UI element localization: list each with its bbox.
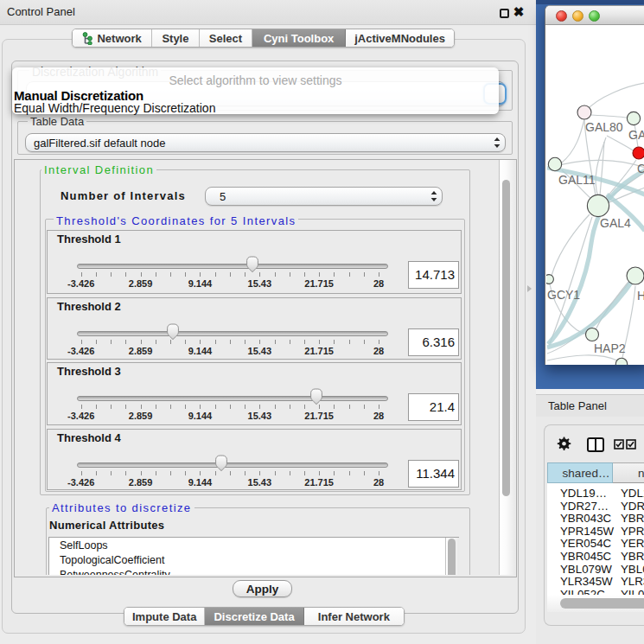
svg-text:C: C (637, 162, 644, 175)
svg-text:GA: GA (628, 128, 644, 142)
svg-text:GAL11: GAL11 (558, 173, 596, 187)
svg-text:GCY1: GCY1 (547, 288, 580, 302)
svg-text:GAL4: GAL4 (600, 216, 631, 230)
svg-text:H: H (637, 289, 644, 303)
svg-text:HAP2: HAP2 (594, 341, 626, 355)
svg-text:GAL80: GAL80 (585, 120, 623, 134)
